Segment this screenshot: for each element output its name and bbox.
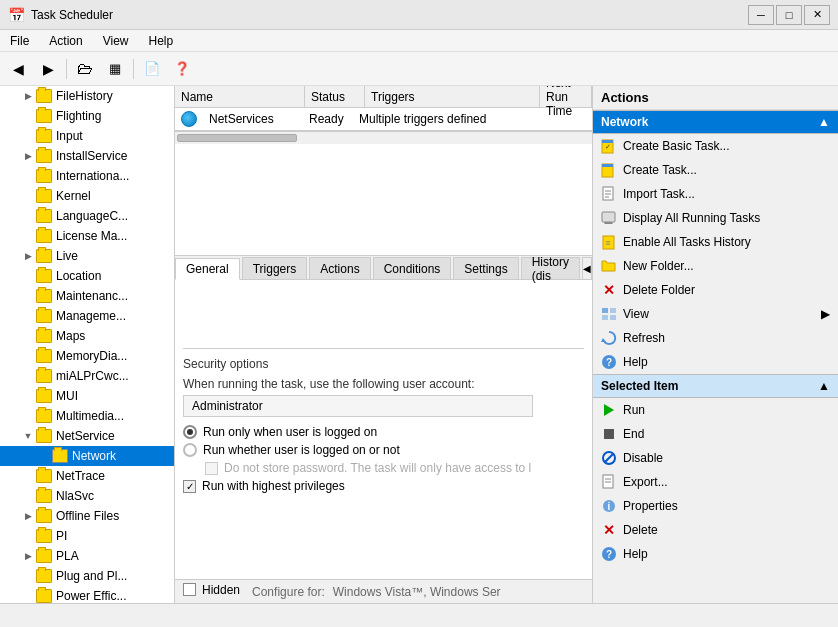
table-row[interactable]: NetServices Ready Multiple triggers defi… — [175, 108, 592, 130]
toolbar-properties[interactable]: 📄 — [138, 55, 166, 83]
action-create-task[interactable]: Create Task... — [593, 158, 838, 182]
action-import-task[interactable]: Import Task... — [593, 182, 838, 206]
sidebar-item-filehistory[interactable]: ▶ FileHistory — [0, 86, 174, 106]
radio-whether-logged[interactable]: Run whether user is logged on or not — [183, 443, 584, 457]
help-selected-icon: ? — [601, 546, 617, 562]
tab-actions[interactable]: Actions — [309, 257, 370, 279]
minimize-button[interactable]: ─ — [748, 5, 774, 25]
action-new-folder[interactable]: New Folder... — [593, 254, 838, 278]
action-group-network[interactable]: Network ▲ — [593, 110, 838, 134]
action-new-folder-label: New Folder... — [623, 259, 694, 273]
sidebar-item-live[interactable]: ▶ Live — [0, 246, 174, 266]
tab-triggers[interactable]: Triggers — [242, 257, 308, 279]
expander-live[interactable]: ▶ — [20, 248, 36, 264]
action-export[interactable]: Export... — [593, 470, 838, 494]
radio-logged-on-dot[interactable] — [183, 425, 197, 439]
action-help-selected[interactable]: ? Help — [593, 542, 838, 566]
action-export-label: Export... — [623, 475, 668, 489]
action-view[interactable]: View ▶ — [593, 302, 838, 326]
sidebar-item-powereffic[interactable]: Power Effic... — [0, 586, 174, 603]
sidebar-item-mui[interactable]: MUI — [0, 386, 174, 406]
expander-netservice[interactable]: ▼ — [20, 428, 36, 444]
menu-view[interactable]: View — [93, 30, 139, 52]
tab-settings[interactable]: Settings — [453, 257, 518, 279]
action-help-network[interactable]: ? Help — [593, 350, 838, 374]
sidebar-item-memorydia[interactable]: MemoryDia... — [0, 346, 174, 366]
sidebar-item-nlasvc[interactable]: NlaSvc — [0, 486, 174, 506]
action-delete[interactable]: ✕ Delete — [593, 518, 838, 542]
sidebar-item-location[interactable]: Location — [0, 266, 174, 286]
sidebar-item-international[interactable]: Internationa... — [0, 166, 174, 186]
col-header-triggers[interactable]: Triggers — [365, 86, 540, 107]
horizontal-scrollbar[interactable] — [175, 130, 592, 144]
sidebar-item-network[interactable]: Network — [0, 446, 174, 466]
expander-offlinefiles[interactable]: ▶ — [20, 508, 36, 524]
radio-logged-on[interactable]: Run only when user is logged on — [183, 425, 584, 439]
label-filehistory: FileHistory — [56, 89, 113, 103]
action-create-basic-task[interactable]: ✓ Create Basic Task... — [593, 134, 838, 158]
sidebar-item-multimedia[interactable]: Multimedia... — [0, 406, 174, 426]
sidebar-item-maps[interactable]: Maps — [0, 326, 174, 346]
toolbar-folder[interactable]: 🗁 — [71, 55, 99, 83]
tab-scroll-left[interactable]: ◀ — [582, 257, 592, 279]
sidebar: ▶ FileHistory Flighting Input ▶ InstallS… — [0, 86, 175, 603]
close-button[interactable]: ✕ — [804, 5, 830, 25]
window-title: Task Scheduler — [31, 8, 742, 22]
toolbar-forward[interactable]: ▶ — [34, 55, 62, 83]
sidebar-item-netservice[interactable]: ▼ NetService — [0, 426, 174, 446]
action-run[interactable]: Run — [593, 398, 838, 422]
toolbar-show-hide[interactable]: ▦ — [101, 55, 129, 83]
tab-general[interactable]: General — [175, 258, 240, 280]
menu-help[interactable]: Help — [139, 30, 184, 52]
label-maps: Maps — [56, 329, 85, 343]
tab-conditions[interactable]: Conditions — [373, 257, 452, 279]
col-header-status[interactable]: Status — [305, 86, 365, 107]
checkbox-highest-privileges[interactable]: ✓ Run with highest privileges — [183, 479, 584, 493]
sidebar-item-nettrace[interactable]: NetTrace — [0, 466, 174, 486]
sidebar-item-input[interactable]: Input — [0, 126, 174, 146]
action-disable[interactable]: Disable — [593, 446, 838, 470]
sidebar-item-pi[interactable]: PI — [0, 526, 174, 546]
checkbox-privileges-label: Run with highest privileges — [202, 479, 345, 493]
delete-folder-icon: ✕ — [601, 282, 617, 298]
toolbar-back[interactable]: ◀ — [4, 55, 32, 83]
checkbox-privileges-box[interactable]: ✓ — [183, 480, 196, 493]
col-header-nextrun[interactable]: Next Run Time — [540, 86, 592, 107]
action-refresh[interactable]: Refresh — [593, 326, 838, 350]
sidebar-item-languagec[interactable]: LanguageC... — [0, 206, 174, 226]
sidebar-item-mialprcwc[interactable]: miALPrCwc... — [0, 366, 174, 386]
label-flighting: Flighting — [56, 109, 101, 123]
expander-installservice[interactable]: ▶ — [20, 148, 36, 164]
sidebar-item-plugandpl[interactable]: Plug and Pl... — [0, 566, 174, 586]
svg-rect-9 — [602, 212, 615, 222]
sidebar-item-flighting[interactable]: Flighting — [0, 106, 174, 126]
checkbox-no-password-box[interactable] — [205, 462, 218, 475]
toolbar-help2[interactable]: ❓ — [168, 55, 196, 83]
sidebar-item-offlinefiles[interactable]: ▶ Offline Files — [0, 506, 174, 526]
checkbox-no-password[interactable]: Do not store password. The task will onl… — [183, 461, 584, 475]
maximize-button[interactable]: □ — [776, 5, 802, 25]
radio-whether-dot[interactable] — [183, 443, 197, 457]
action-display-running[interactable]: Display All Running Tasks — [593, 206, 838, 230]
action-enable-history[interactable]: ≡ Enable All Tasks History — [593, 230, 838, 254]
sidebar-item-management[interactable]: Manageme... — [0, 306, 174, 326]
sidebar-item-maintenance[interactable]: Maintenanc... — [0, 286, 174, 306]
action-properties[interactable]: i Properties — [593, 494, 838, 518]
action-group-selected-item[interactable]: Selected Item ▲ — [593, 374, 838, 398]
action-delete-folder[interactable]: ✕ Delete Folder — [593, 278, 838, 302]
action-end[interactable]: End — [593, 422, 838, 446]
sidebar-item-installservice[interactable]: ▶ InstallService — [0, 146, 174, 166]
menu-file[interactable]: File — [0, 30, 39, 52]
sidebar-item-pla[interactable]: ▶ PLA — [0, 546, 174, 566]
sidebar-item-kernel[interactable]: Kernel — [0, 186, 174, 206]
menu-action[interactable]: Action — [39, 30, 92, 52]
col-header-name[interactable]: Name — [175, 86, 305, 107]
hidden-checkbox-row[interactable]: Hidden — [183, 583, 240, 597]
hidden-checkbox-box[interactable] — [183, 583, 196, 596]
expander-filehistory[interactable]: ▶ — [20, 88, 36, 104]
sidebar-item-licensema[interactable]: License Ma... — [0, 226, 174, 246]
action-delete-folder-label: Delete Folder — [623, 283, 695, 297]
folder-icon-nlasvc — [36, 489, 52, 503]
expander-pla[interactable]: ▶ — [20, 548, 36, 564]
tab-history[interactable]: History (dis — [521, 257, 580, 279]
